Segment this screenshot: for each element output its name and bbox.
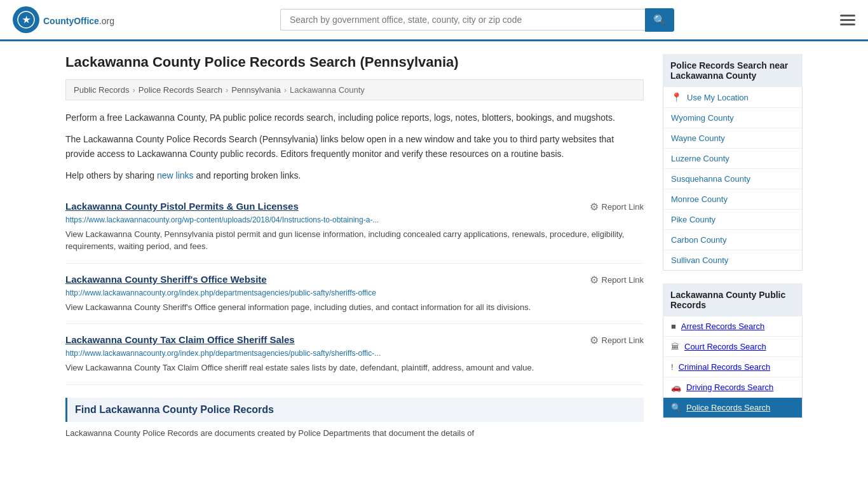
report-icon-2: ⚙ (590, 334, 599, 346)
results-container: Lackawanna County Pistol Permits & Gun L… (65, 191, 644, 385)
record-icon-4: 🔍 (671, 403, 681, 412)
sidebar-record-item[interactable]: 🏛Court Records Search (663, 337, 802, 357)
result-title-0[interactable]: Lackawanna County Pistol Permits & Gun L… (65, 201, 299, 212)
report-link-1[interactable]: ⚙ Report Link (590, 274, 644, 286)
sidebar-item-nearby[interactable]: Carbon County (663, 230, 802, 250)
result-title-2[interactable]: Lackawanna County Tax Claim Office Sheri… (65, 334, 295, 345)
find-section-desc: Lackawanna County Police Records are doc… (65, 427, 644, 440)
description-para2: The Lackawanna County Police Records Sea… (65, 132, 644, 161)
logo[interactable]: ★ CountyOffice.org (13, 6, 114, 33)
report-icon-0: ⚙ (590, 201, 599, 213)
sidebar-item-nearby[interactable]: Sullivan County (663, 250, 802, 270)
page-title: Lackawanna County Police Records Search … (65, 54, 644, 71)
result-item: Lackawanna County Tax Claim Office Sheri… (65, 324, 644, 385)
breadcrumb-current: Lackawanna County (290, 85, 365, 95)
record-icon-1: 🏛 (671, 342, 679, 351)
breadcrumb: Public Records › Police Records Search ›… (65, 79, 644, 100)
sidebar-nearby-link-4[interactable]: Susquehanna County (671, 174, 750, 184)
sidebar-item-nearby[interactable]: Susquehanna County (663, 169, 802, 189)
sidebar-item-nearby[interactable]: Luzerne County (663, 149, 802, 169)
description-para1: Perform a free Lackawanna County, PA pub… (65, 111, 644, 125)
svg-text:★: ★ (22, 15, 31, 25)
sidebar-record-link-1[interactable]: Court Records Search (684, 342, 766, 351)
sidebar-record-item[interactable]: !Criminal Records Search (663, 357, 802, 377)
record-icon-3: 🚗 (671, 383, 681, 392)
sidebar-nearby-link-2[interactable]: Wayne County (671, 133, 725, 143)
search-bar: 🔍 (280, 8, 674, 32)
content-area: Lackawanna County Police Records Search … (65, 54, 644, 439)
breadcrumb-public-records[interactable]: Public Records (74, 85, 129, 95)
report-icon-1: ⚙ (590, 274, 599, 286)
description-para3: Help others by sharing new links and rep… (65, 168, 644, 182)
sidebar-record-link-3[interactable]: Driving Records Search (686, 383, 773, 392)
sidebar-record-item[interactable]: ■Arrest Records Search (663, 316, 802, 337)
sidebar-nearby-link-6[interactable]: Pike County (671, 215, 715, 224)
sidebar-nearby-link-8[interactable]: Sullivan County (671, 255, 728, 265)
result-desc-1: View Lackawanna County Sheriff's Office … (65, 301, 644, 314)
sidebar-record-item[interactable]: 🔍Police Records Search (663, 398, 802, 417)
result-item: Lackawanna County Sheriff's Office Websi… (65, 264, 644, 325)
breadcrumb-pennsylvania[interactable]: Pennsylvania (231, 85, 280, 95)
result-url-1: http://www.lackawannacounty.org/index.ph… (65, 288, 644, 297)
result-desc-0: View Lackawanna County, Pennsylvania pis… (65, 228, 644, 253)
nearby-list: 📍Use My LocationWyoming CountyWayne Coun… (663, 87, 803, 271)
logo-icon: ★ (13, 6, 39, 33)
sidebar-item-nearby[interactable]: Wyoming County (663, 108, 802, 128)
sidebar-item-nearby[interactable]: 📍Use My Location (663, 87, 802, 108)
sidebar-item-nearby[interactable]: Pike County (663, 210, 802, 230)
menu-button[interactable] (840, 15, 855, 25)
site-header: ★ CountyOffice.org 🔍 (0, 0, 868, 41)
breadcrumb-police-records[interactable]: Police Records Search (139, 85, 222, 95)
find-section-heading: Find Lackawanna County Police Records (65, 398, 644, 422)
record-icon-2: ! (671, 362, 674, 372)
sidebar: Police Records Search near Lackawanna Co… (663, 54, 803, 439)
logo-text: CountyOffice.org (43, 13, 114, 27)
records-list: ■Arrest Records Search🏛Court Records Sea… (663, 316, 803, 418)
sidebar-record-link-2[interactable]: Criminal Records Search (679, 362, 771, 372)
sidebar-nearby-link-7[interactable]: Carbon County (671, 235, 726, 245)
use-my-location[interactable]: Use My Location (687, 93, 749, 102)
main-container: Lackawanna County Police Records Search … (53, 41, 815, 452)
sidebar-nearby-link-5[interactable]: Monroe County (671, 194, 728, 204)
search-button[interactable]: 🔍 (645, 8, 674, 32)
result-title-1[interactable]: Lackawanna County Sheriff's Office Websi… (65, 274, 267, 285)
result-url-0: https://www.lackawannacounty.org/wp-cont… (65, 215, 644, 224)
result-item: Lackawanna County Pistol Permits & Gun L… (65, 191, 644, 264)
sidebar-record-item[interactable]: 🚗Driving Records Search (663, 377, 802, 398)
new-links[interactable]: new links (157, 170, 194, 180)
sidebar-item-nearby[interactable]: Wayne County (663, 128, 802, 149)
sidebar-nearby-title: Police Records Search near Lackawanna Co… (663, 54, 803, 87)
sidebar-nearby-link-3[interactable]: Luzerne County (671, 154, 729, 163)
report-link-2[interactable]: ⚙ Report Link (590, 334, 644, 346)
sidebar-record-link-4[interactable]: Police Records Search (686, 403, 770, 412)
sidebar-public-records-title: Lackawanna County Public Records (663, 283, 803, 316)
sidebar-item-nearby[interactable]: Monroe County (663, 189, 802, 210)
sidebar-nearby-link-1[interactable]: Wyoming County (671, 113, 734, 123)
result-desc-2: View Lackawanna County Tax Claim Office … (65, 362, 644, 374)
report-link-0[interactable]: ⚙ Report Link (590, 201, 644, 213)
search-input[interactable] (280, 9, 645, 30)
sidebar-record-link-0[interactable]: Arrest Records Search (681, 322, 765, 331)
result-url-2: http://www.lackawannacounty.org/index.ph… (65, 349, 644, 358)
location-icon: 📍 (671, 92, 682, 102)
record-icon-0: ■ (671, 322, 676, 331)
